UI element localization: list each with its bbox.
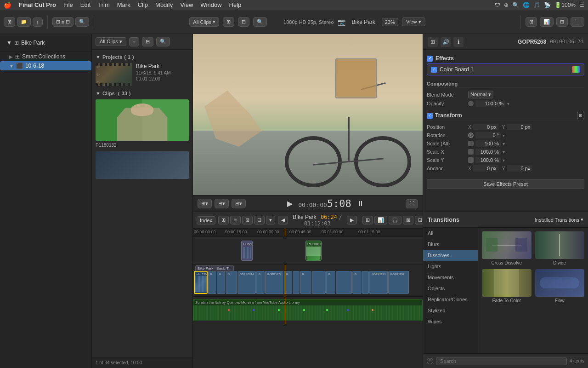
transform-checkbox[interactable]: ✓ [427,113,433,119]
transitions-search-input[interactable] [436,357,567,365]
next-clip-btn[interactable]: ▶ [347,216,357,224]
project-bike-park[interactable]: ▷ ▷ ▷ Bike Park 11/6/18, 9:41 AM 00:01:1… [94,61,191,88]
clip-g9[interactable]: G [326,271,335,294]
clip-gopr5268[interactable]: GOPR5268 [194,271,208,294]
zoom-display[interactable]: 23% [382,18,398,26]
menu-mark[interactable]: Mark [117,1,130,8]
clip-g12[interactable] [362,271,369,294]
clip-gopr5274[interactable]: GOPR5274 [237,271,256,294]
clip-g4[interactable]: G [256,271,265,294]
cat-movements[interactable]: Movements [423,272,478,283]
video-inspector-tab[interactable]: ⊞ [428,37,438,47]
menu-edit[interactable]: Edit [80,1,90,8]
viewer-transform-btn[interactable]: ⊟▾ [232,199,246,208]
clip-g7[interactable]: G [300,271,311,294]
clip-g6[interactable] [293,271,300,294]
color-board-effect[interactable]: ✓ Color Board 1 [427,63,584,75]
clip-g11[interactable]: G [352,271,362,294]
viewer-layout-btn[interactable]: ⊞▾ [198,199,212,208]
browser-search-btn[interactable]: 🔍 [156,37,170,46]
fullscreen-viewer-btn[interactable]: ⛶ [406,199,418,208]
clip-g10[interactable] [336,271,352,294]
clip-g2[interactable]: G [217,271,225,294]
scale-all-input[interactable] [475,140,501,147]
clip-filter-btn[interactable]: All Clips ▾ [189,17,219,27]
installed-transitions-dropdown[interactable]: Installed Transitions ▾ [535,217,583,223]
search-btn[interactable]: 🔍 [75,17,89,27]
index-btn[interactable]: Index [197,216,215,224]
save-effects-preset-button[interactable]: Save Effects Preset [427,179,584,189]
cat-objects[interactable]: Objects [423,283,478,294]
viewer-monitor-btn[interactable]: ⊟▾ [215,199,229,208]
clip-item-p1180132[interactable]: P1180132 [94,98,191,150]
clip-gopr5297[interactable]: GOPR5297 [388,271,409,294]
zoom-timeline-btn[interactable]: ⊞ [362,216,373,224]
audio-meter-btn[interactable]: 📊 [540,17,554,27]
pung-clip[interactable]: Pung... [241,241,253,261]
library-btn[interactable]: ⊞ [4,17,15,27]
fullscreen-btn[interactable]: ⬛ [571,17,584,27]
cat-blurs[interactable]: Blurs [423,239,478,250]
p1180132-upper-clip[interactable]: P1180132 [305,241,322,261]
inspector-toggle[interactable]: ⊞ [526,17,537,27]
cat-replicator[interactable]: Replicator/Clones [423,294,478,305]
position-y-input[interactable] [507,124,532,130]
list-view-btn[interactable]: ≡ [129,37,139,46]
transition-cross-dissolve[interactable]: Cross Dissolve [482,231,531,265]
transition-flow[interactable]: Flow [535,269,585,303]
tool-select-btn[interactable]: ▾ [266,216,275,224]
menu-fcp[interactable]: Final Cut Pro [19,1,56,8]
blend-mode-dropdown[interactable]: Normal ▾ [468,91,493,98]
audio-clip[interactable]: Scratch the Itch by Quincas Moreira from… [193,299,423,321]
media-import-btn[interactable]: 📁 [17,17,31,27]
menu-help[interactable]: Help [229,1,242,8]
effects-browser-btn[interactable]: ⊞ [556,17,568,27]
sidebar-library-item[interactable]: ▼ ⊞ Bike Park [4,38,88,48]
solo-btn[interactable]: ⊟ [254,216,265,224]
waveform-btn[interactable]: ≋ [230,216,241,224]
skimmer-btn[interactable]: ⊠ [242,216,253,224]
rotation-input[interactable] [475,132,501,138]
anchor-x-input[interactable] [473,165,498,172]
clip-g8[interactable] [312,271,326,294]
sidebar-item-date-folder[interactable]: ▼ ⬛ 10-6-18 [0,61,91,70]
transition-fade-to-color[interactable]: Fade To Color [482,269,531,303]
audio-inspector-tab[interactable]: 🔊 [441,37,451,47]
cat-wipes[interactable]: Wipes [423,316,478,327]
transition-divide[interactable]: Divide [535,231,585,265]
rotation-knob[interactable] [468,132,474,138]
cat-lights[interactable]: Lights [423,261,478,272]
search2-btn[interactable]: 🔍 [253,17,267,27]
clip-g3[interactable]: G [226,271,237,294]
view-btn[interactable]: View ▾ [402,17,425,26]
filmstrip-view-btn[interactable]: ⊟ [142,37,153,46]
menu-clip[interactable]: Clip [138,1,148,8]
cat-all[interactable]: All [423,228,478,239]
audio-btn[interactable]: 📊 [374,216,387,224]
effects-checkbox[interactable]: ✓ [427,56,433,62]
menu-modify[interactable]: Modify [155,1,173,8]
all-clips-filter[interactable]: All Clips ▾ [96,37,126,46]
menu-view[interactable]: View [180,1,193,8]
scale-x-input[interactable] [475,149,501,155]
menu-file[interactable]: File [63,1,73,8]
effects-timeline-btn[interactable]: ⊠ [403,216,413,224]
view-options-btn[interactable]: ⊞ [223,17,234,27]
opacity-input[interactable] [475,100,505,107]
position-x-input[interactable] [473,124,498,130]
clip-gopr5296[interactable]: GOPR5296 [369,271,388,294]
scale-y-input[interactable] [475,157,501,163]
color-board-checkbox[interactable]: ✓ [431,67,437,73]
apple-menu[interactable]: 🍎 [4,1,11,9]
clip-gopr5277[interactable]: GOPR5277 [265,271,283,294]
pause-btn[interactable]: ⏸ [355,199,366,209]
share-btn[interactable]: ↑ [33,17,43,27]
clip-item-2[interactable] [94,150,191,181]
play-btn[interactable]: ▶ [285,198,294,209]
layout-btn[interactable]: ⊟ [238,17,249,27]
menu-window[interactable]: Window [200,1,221,8]
cat-stylized[interactable]: Stylized [423,305,478,316]
headphones-btn[interactable]: 🎧 [389,216,401,224]
anchor-y-input[interactable] [507,165,532,172]
sidebar-item-smart-collections[interactable]: ▶ ⊞ Smart Collections [0,52,91,61]
